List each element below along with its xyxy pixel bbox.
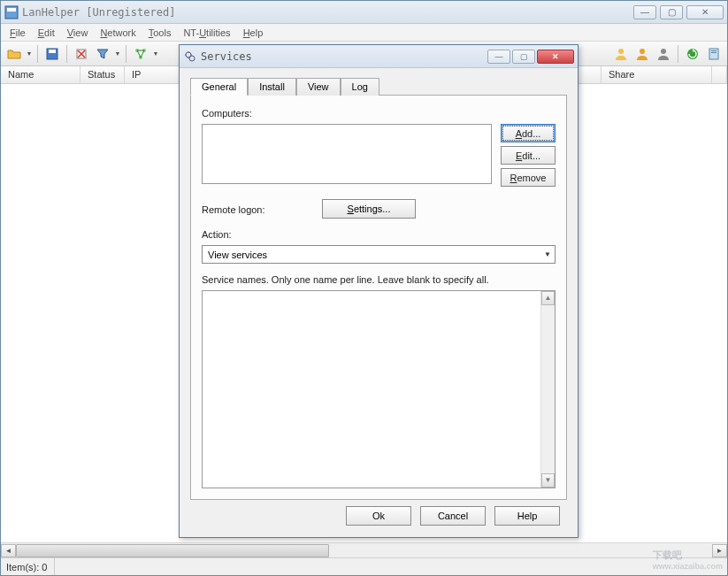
separator xyxy=(66,45,67,63)
horizontal-scrollbar[interactable]: ◄ ► xyxy=(1,542,727,557)
tab-install[interactable]: Install xyxy=(248,78,296,96)
maximize-button[interactable]: ▢ xyxy=(660,5,683,19)
svg-rect-14 xyxy=(711,52,717,53)
svg-point-16 xyxy=(189,56,195,61)
main-titlebar: LanHelper [Unregistered] — ▢ ✕ xyxy=(1,1,727,24)
separator xyxy=(126,45,126,63)
svg-rect-13 xyxy=(711,50,717,51)
status-items: Item(s): 0 xyxy=(6,558,55,575)
svg-rect-12 xyxy=(709,49,718,59)
svg-rect-3 xyxy=(49,50,56,53)
dialog-footer: Ok Cancel Help xyxy=(190,500,567,532)
net-scan-dropdown[interactable]: ▼ xyxy=(152,50,159,57)
open-dropdown[interactable]: ▼ xyxy=(26,50,33,57)
dialog-maximize-button[interactable]: ▢ xyxy=(512,50,535,64)
menu-help[interactable]: Help xyxy=(238,26,269,40)
column-extra[interactable] xyxy=(712,66,727,83)
menubar: File Edit View Network Tools NT-Utilitie… xyxy=(1,24,727,42)
menu-nt-utilities[interactable]: NT-Utilities xyxy=(178,26,235,40)
services-icon xyxy=(183,50,197,64)
scroll-left-icon[interactable]: ◄ xyxy=(1,544,16,557)
tabstrip: General Install View Log xyxy=(190,78,567,96)
user1-icon[interactable] xyxy=(611,44,631,64)
save-icon[interactable] xyxy=(42,44,62,64)
filter-dropdown[interactable]: ▼ xyxy=(114,50,121,57)
action-value: View services xyxy=(208,250,267,260)
dialog-titlebar[interactable]: Services — ▢ ✕ xyxy=(180,45,578,68)
service-names-textarea[interactable]: ▲ ▼ xyxy=(202,290,556,488)
dialog-title: Services xyxy=(201,50,487,63)
scroll-right-icon[interactable]: ► xyxy=(712,544,727,557)
window-controls: — ▢ ✕ xyxy=(633,5,724,19)
svg-rect-1 xyxy=(7,8,16,12)
settings-button[interactable]: Settings... xyxy=(322,199,416,219)
chevron-down-icon: ▼ xyxy=(544,250,551,258)
menu-view[interactable]: View xyxy=(62,26,94,40)
vertical-scrollbar[interactable]: ▲ ▼ xyxy=(540,291,555,488)
user3-icon[interactable] xyxy=(654,44,673,64)
filter-icon[interactable] xyxy=(93,44,112,64)
column-share[interactable]: Share xyxy=(602,66,712,83)
separator xyxy=(678,45,678,63)
tab-view[interactable]: View xyxy=(296,78,341,96)
services-dialog: Services — ▢ ✕ General Install View Log … xyxy=(179,44,579,538)
svg-point-10 xyxy=(661,49,666,54)
scroll-up-icon[interactable]: ▲ xyxy=(541,291,555,305)
computers-listbox[interactable] xyxy=(202,124,492,184)
open-icon[interactable] xyxy=(4,44,24,64)
menu-tools[interactable]: Tools xyxy=(143,26,177,40)
scroll-down-icon[interactable]: ▼ xyxy=(541,473,555,488)
remote-logon-label: Remote logon: xyxy=(202,204,313,215)
net-scan-icon[interactable] xyxy=(131,44,150,64)
menu-network[interactable]: Network xyxy=(95,26,141,40)
delete-icon[interactable] xyxy=(72,44,91,64)
statusbar: Item(s): 0 xyxy=(1,557,727,575)
user2-icon[interactable] xyxy=(632,44,652,64)
action-label: Action: xyxy=(202,229,556,240)
cancel-button[interactable]: Cancel xyxy=(420,506,486,526)
refresh-icon[interactable] xyxy=(683,44,702,64)
report-icon[interactable] xyxy=(704,44,724,64)
app-icon xyxy=(4,5,19,19)
computers-label: Computers: xyxy=(202,108,556,119)
column-status[interactable]: Status xyxy=(80,66,125,83)
main-title: LanHelper [Unregistered] xyxy=(22,6,633,19)
scroll-track[interactable] xyxy=(541,305,555,473)
close-button[interactable]: ✕ xyxy=(686,5,724,19)
add-button[interactable]: Add... xyxy=(501,124,556,142)
tab-log[interactable]: Log xyxy=(341,78,379,96)
scroll-track[interactable] xyxy=(16,544,712,557)
column-name[interactable]: Name xyxy=(1,66,80,83)
dialog-minimize-button[interactable]: — xyxy=(487,50,510,64)
tab-panel-general: Computers: Add... Edit... Remove Remote … xyxy=(190,95,567,500)
edit-button[interactable]: Edit... xyxy=(501,146,556,165)
service-hint-label: Service names. Only one name per line. L… xyxy=(202,274,556,285)
dialog-close-button[interactable]: ✕ xyxy=(537,50,574,64)
remove-button[interactable]: Remove xyxy=(501,168,556,187)
minimize-button[interactable]: — xyxy=(633,5,656,19)
scroll-thumb[interactable] xyxy=(16,544,329,557)
separator xyxy=(37,45,38,63)
dialog-body: General Install View Log Computers: Add.… xyxy=(180,68,578,537)
tab-general[interactable]: General xyxy=(190,78,248,96)
dialog-controls: — ▢ ✕ xyxy=(487,50,574,64)
action-select[interactable]: View services ▼ xyxy=(202,245,556,264)
help-button[interactable]: Help xyxy=(494,506,560,526)
menu-file[interactable]: File xyxy=(4,26,31,40)
svg-point-9 xyxy=(640,49,645,54)
svg-point-8 xyxy=(618,49,624,54)
ok-button[interactable]: Ok xyxy=(346,506,411,526)
menu-edit[interactable]: Edit xyxy=(33,26,60,40)
